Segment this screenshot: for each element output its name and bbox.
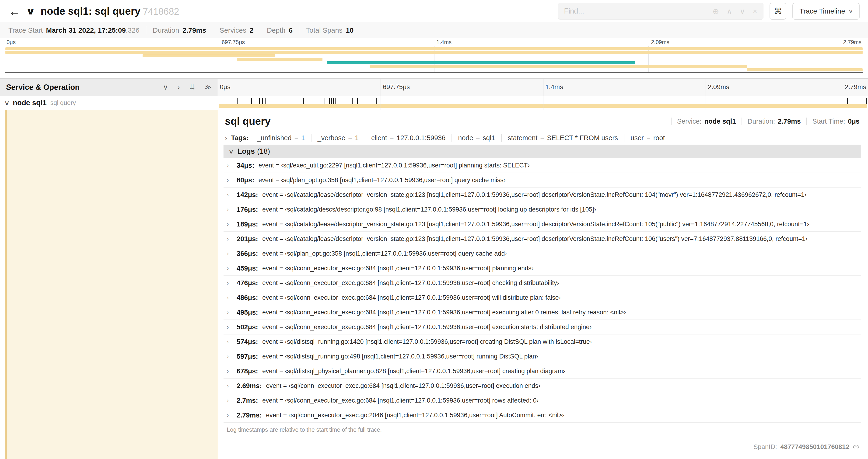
log-event-text: event = ‹sql/plan_opt.go:358 [nsql1,clie…	[258, 176, 506, 184]
log-event-marker	[333, 98, 334, 104]
expand-all-icon[interactable]: ≫	[205, 84, 212, 91]
log-row[interactable]: › 2.69ms: event = ‹sql/conn_executor_exe…	[223, 379, 861, 393]
tag-item: client = 127.0.0.1:59936	[365, 134, 452, 142]
tick-label: 2.09ms	[651, 39, 670, 45]
log-row[interactable]: › 201μs: event = ‹sql/catalog/lease/desc…	[223, 232, 861, 246]
tick-label: 0μs	[220, 83, 230, 91]
meta-label: Duration:	[748, 118, 775, 125]
tag-equals: =	[294, 134, 299, 142]
chevron-right-icon: ›	[227, 368, 232, 375]
find-input[interactable]	[564, 7, 709, 15]
logs-list: › 34μs: event = ‹sql/exec_util.go:2297 […	[223, 158, 861, 423]
meta-item: Duration: 2.79ms	[736, 118, 801, 125]
trace-header: ← ∨ node sql1: sql query7418682 ⊕ ∧ ∨ × …	[0, 0, 868, 22]
tags-row[interactable]: › Tags: _unfinished = 1 _verbose = 1 cli…	[223, 131, 861, 144]
log-event-marker	[324, 98, 325, 104]
log-row[interactable]: › 2.7ms: event = ‹sql/conn_executor_exec…	[223, 393, 861, 408]
log-event-text: event = ‹sql/conn_executor_exec.go:2046 …	[266, 412, 564, 419]
meta-divider	[742, 118, 742, 125]
log-timestamp: 597μs:	[237, 353, 258, 360]
tick-label: 1.4ms	[545, 83, 563, 91]
log-timestamp: 486μs:	[237, 294, 258, 302]
log-timestamp: 34μs:	[237, 162, 254, 169]
log-row[interactable]: › 34μs: event = ‹sql/exec_util.go:2297 […	[223, 158, 861, 173]
summary-label: Total Spans	[306, 26, 343, 34]
summary-item: Services 2	[213, 26, 260, 34]
log-row[interactable]: › 476μs: event = ‹sql/conn_executor_exec…	[223, 276, 861, 290]
minimap-canvas[interactable]	[5, 46, 863, 73]
log-row[interactable]: › 176μs: event = ‹sql/catalog/descs/desc…	[223, 202, 861, 217]
summary-value: 10	[346, 26, 353, 34]
prev-result-icon[interactable]: ∧	[723, 7, 736, 15]
chevron-right-icon: ›	[227, 280, 232, 287]
log-row[interactable]: › 2.79ms: event = ‹sql/conn_executor_exe…	[223, 408, 861, 423]
log-row[interactable]: › 597μs: event = ‹sql/distsql_running.go…	[223, 349, 861, 364]
log-event-text: event = ‹sql/catalog/lease/descriptor_ve…	[262, 221, 809, 228]
chevron-down-icon[interactable]: ∨	[4, 99, 10, 107]
meta-item: Service: node sql1	[665, 118, 736, 125]
tags-label: Tags:	[231, 134, 248, 142]
trace-collapse-chevron-icon[interactable]: ∨	[26, 6, 36, 16]
span-row-name-cell[interactable]: ∨ node sql1 sql query	[0, 96, 218, 110]
tag-value: root	[653, 134, 665, 142]
chevron-right-icon: ›	[227, 191, 232, 198]
summary-value: March 31 2022, 17:25:09	[46, 26, 126, 34]
minimap-span-bar	[143, 54, 275, 57]
log-timestamp: 80μs:	[237, 176, 254, 184]
tag-key: node	[458, 134, 473, 142]
summary-value: 6	[289, 26, 293, 34]
keyboard-shortcuts-button[interactable]: ⌘	[770, 3, 786, 20]
next-result-icon[interactable]: ∨	[736, 7, 749, 15]
log-event-text: event = ‹sql/conn_executor_exec.go:684 […	[262, 280, 559, 287]
log-event-text: event = ‹sql/conn_executor_exec.go:684 […	[262, 294, 561, 301]
log-event-text: event = ‹sql/conn_executor_exec.go:684 […	[262, 324, 592, 331]
tag-item: statement = SELECT * FROM users	[502, 134, 624, 142]
trace-view-selector[interactable]: Trace Timeline ∨	[793, 3, 860, 20]
clear-search-icon[interactable]: ×	[749, 7, 761, 15]
log-event-marker	[259, 98, 260, 104]
chevron-down-icon: ∨	[848, 8, 854, 14]
log-timestamp: 366μs:	[237, 250, 258, 258]
meta-label: Service:	[677, 118, 702, 125]
summary-value: 2.79ms	[183, 26, 206, 34]
log-row[interactable]: › 459μs: event = ‹sql/conn_executor_exec…	[223, 261, 861, 276]
log-timestamp: 201μs:	[237, 235, 258, 243]
summary-item: Trace Start March 31 2022, 17:25:09 .326	[8, 26, 146, 34]
span-row-timeline-cell[interactable]	[218, 96, 868, 110]
trace-id: 7418682	[143, 6, 179, 17]
log-row[interactable]: › 495μs: event = ‹sql/conn_executor_exec…	[223, 305, 861, 320]
tick-label: 2.09ms	[708, 83, 730, 91]
expand-one-icon[interactable]: ›	[177, 84, 180, 91]
log-timestamp: 574μs:	[237, 338, 258, 346]
collapse-all-icon[interactable]: ⇊	[189, 84, 195, 91]
log-row[interactable]: › 189μs: event = ‹sql/catalog/lease/desc…	[223, 217, 861, 232]
locate-icon[interactable]: ⊕	[709, 7, 723, 15]
log-row[interactable]: › 502μs: event = ‹sql/conn_executor_exec…	[223, 320, 861, 334]
summary-item: Depth 6	[260, 26, 299, 34]
span-detail-title: sql query	[225, 116, 665, 127]
copy-link-icon[interactable]	[852, 444, 860, 450]
log-row[interactable]: › 486μs: event = ‹sql/conn_executor_exec…	[223, 290, 861, 305]
log-event-text: event = ‹sql/distsql_running.go:498 [nsq…	[262, 353, 538, 360]
chevron-right-icon: ›	[227, 324, 232, 331]
tick-label: 2.79ms	[845, 83, 866, 91]
log-row[interactable]: › 366μs: event = ‹sql/plan_opt.go:358 [n…	[223, 246, 861, 261]
back-arrow-icon[interactable]: ←	[8, 5, 21, 17]
log-row[interactable]: › 678μs: event = ‹sql/distsql_physical_p…	[223, 364, 861, 379]
minimap-tick-labels: 0μs697.75μs1.4ms2.09ms2.79ms	[5, 38, 863, 46]
log-row[interactable]: › 80μs: event = ‹sql/plan_opt.go:358 [ns…	[223, 173, 861, 188]
log-timestamp: 142μs:	[237, 191, 258, 199]
meta-item: Start Time: 0μs	[801, 118, 860, 125]
chevron-right-icon: ›	[227, 338, 232, 346]
log-row[interactable]: › 142μs: event = ‹sql/catalog/lease/desc…	[223, 188, 861, 202]
tag-key: _verbose	[317, 134, 345, 142]
log-timestamp: 2.69ms:	[237, 382, 262, 390]
log-row[interactable]: › 574μs: event = ‹sql/distsql_running.go…	[223, 334, 861, 349]
log-event-text: event = ‹sql/distsql_running.go:1420 [ns…	[262, 338, 592, 346]
service-operation-header: Service & Operation ∨ › ⇊ ≫	[0, 78, 218, 96]
collapse-one-icon[interactable]: ∨	[163, 84, 168, 91]
log-event-text: event = ‹sql/conn_executor_exec.go:684 […	[262, 397, 539, 404]
logs-section-header[interactable]: ∨ Logs (18)	[223, 144, 861, 158]
trace-summary-bar: Trace Start March 31 2022, 17:25:09 .326…	[0, 22, 868, 38]
span-id-row: SpanID: 4877749850101760812	[223, 439, 861, 455]
